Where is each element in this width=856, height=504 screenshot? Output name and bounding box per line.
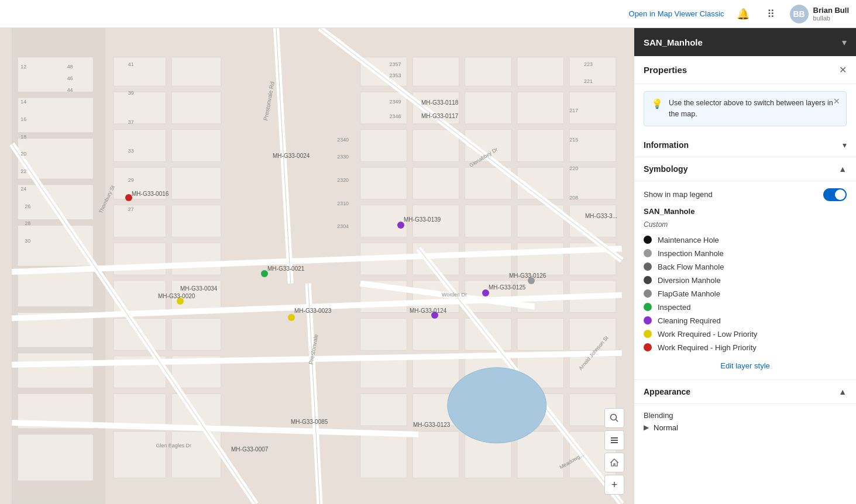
layers-icon	[610, 436, 619, 445]
legend-item-label: Inspected	[658, 303, 690, 312]
user-sub: bullab	[813, 15, 849, 22]
legend-item: Work Required - High Priority	[644, 341, 847, 354]
symbology-title: Symbology	[644, 164, 687, 174]
open-classic-link[interactable]: Open in Map Viewer Classic	[629, 9, 724, 18]
legend-item: Back Flow Manhole	[644, 260, 847, 274]
map-marker[interactable]	[431, 312, 438, 319]
legend-item-label: Cleaning Required	[658, 316, 721, 325]
svg-text:33: 33	[128, 148, 134, 154]
svg-rect-11	[18, 434, 93, 481]
custom-label: Custom	[644, 220, 847, 229]
info-banner-close-button[interactable]: ✕	[833, 96, 840, 106]
zoom-in-button[interactable]: +	[604, 475, 624, 495]
main-layout: 48 46 44 12 14 16 18 20 22 24 26 28 30 4…	[0, 28, 856, 504]
svg-text:2310: 2310	[337, 201, 349, 206]
svg-rect-150	[611, 440, 618, 441]
search-button[interactable]	[604, 408, 624, 428]
appearance-chevron: ▲	[838, 387, 847, 396]
legend-item-label: Work Required - High Priority	[658, 343, 757, 352]
show-in-legend-label: Show in map legend	[644, 190, 713, 199]
svg-rect-27	[171, 205, 221, 237]
svg-text:39: 39	[128, 90, 134, 96]
show-in-legend-toggle[interactable]	[823, 188, 847, 201]
svg-text:14: 14	[20, 99, 26, 105]
info-banner-text: Use the selector above to switch between…	[669, 98, 839, 120]
svg-rect-13	[114, 92, 166, 124]
blending-row: ▶ Normal	[644, 423, 847, 432]
symbology-chevron: ▲	[838, 164, 847, 174]
legend-dot	[644, 249, 652, 257]
svg-rect-72	[517, 243, 563, 275]
svg-line-148	[616, 420, 618, 422]
svg-rect-41	[360, 318, 407, 350]
svg-rect-67	[517, 57, 563, 87]
svg-text:18: 18	[20, 134, 26, 140]
svg-text:208: 208	[569, 195, 578, 201]
svg-rect-55	[412, 431, 459, 478]
svg-text:217: 217	[569, 108, 578, 113]
home-button[interactable]	[604, 453, 624, 472]
legend-dot	[644, 276, 652, 284]
legend-item-label: Inspection Manhole	[658, 249, 724, 258]
top-bar: Open in Map Viewer Classic 🔔 ⠿ BB Brian …	[0, 0, 856, 28]
panel-body: Properties ✕ 💡 Use the selector above to…	[634, 56, 856, 504]
legend-item-label: FlapGate Manhole	[658, 289, 720, 298]
avatar: BB	[790, 5, 809, 23]
svg-text:44: 44	[67, 87, 73, 93]
svg-rect-60	[465, 205, 511, 237]
panel-header-chevron[interactable]: ▾	[842, 37, 847, 48]
svg-rect-14	[114, 130, 166, 162]
user-info[interactable]: BB Brian Bull bullab	[790, 5, 849, 23]
map-marker[interactable]	[125, 194, 132, 201]
legend-item: Cleaning Required	[644, 314, 847, 327]
map-area[interactable]: 48 46 44 12 14 16 18 20 22 24 26 28 30 4…	[0, 28, 634, 504]
svg-rect-69	[517, 130, 563, 162]
svg-rect-47	[412, 130, 459, 162]
svg-rect-25	[171, 130, 221, 162]
svg-rect-2	[18, 57, 93, 92]
info-icon: 💡	[651, 98, 663, 109]
svg-rect-74	[517, 318, 563, 350]
legend-item-label: Back Flow Manhole	[658, 263, 724, 271]
notifications-button[interactable]: 🔔	[734, 5, 752, 23]
layers-button[interactable]	[604, 430, 624, 450]
svg-text:16: 16	[20, 116, 26, 122]
svg-rect-44	[360, 431, 407, 478]
symbology-layer-name: SAN_Manhole	[644, 207, 847, 216]
svg-text:22: 22	[20, 168, 26, 174]
symbology-section-header[interactable]: Symbology ▲	[634, 157, 856, 181]
svg-text:2320: 2320	[337, 177, 349, 183]
svg-text:2346: 2346	[390, 113, 401, 119]
svg-text:Glen Eagles Dr: Glen Eagles Dr	[156, 443, 192, 448]
svg-rect-5	[18, 185, 93, 220]
panel-header-title: SAN_Manhole	[644, 37, 703, 47]
user-name: Brian Bull	[813, 6, 849, 15]
appearance-section-header[interactable]: Appearance ▲	[634, 380, 856, 404]
svg-rect-77	[517, 431, 563, 478]
map-marker[interactable]	[397, 222, 404, 229]
map-marker[interactable]	[482, 289, 489, 296]
svg-text:24: 24	[20, 186, 26, 192]
svg-rect-85	[569, 318, 616, 350]
map-marker[interactable]	[261, 270, 268, 277]
svg-rect-29	[171, 281, 221, 313]
symbology-content: Show in map legend SAN_Manhole Custom Ma…	[634, 181, 856, 380]
svg-rect-82	[569, 205, 616, 237]
svg-rect-7	[18, 272, 93, 307]
properties-close-button[interactable]: ✕	[839, 64, 847, 75]
apps-button[interactable]: ⠿	[762, 5, 781, 23]
information-title: Information	[644, 140, 689, 150]
edit-layer-style-link[interactable]: Edit layer style	[644, 354, 847, 372]
information-section-header[interactable]: Information ▾	[634, 133, 856, 157]
map-svg: 48 46 44 12 14 16 18 20 22 24 26 28 30 4…	[0, 28, 634, 504]
svg-text:48: 48	[67, 64, 73, 70]
map-marker[interactable]	[528, 277, 535, 284]
svg-rect-16	[114, 205, 166, 237]
map-marker[interactable]	[177, 298, 184, 305]
properties-section-header: Properties ✕	[634, 56, 856, 84]
svg-rect-61	[465, 243, 511, 275]
map-marker[interactable]	[288, 314, 295, 321]
svg-rect-56	[465, 57, 511, 87]
plus-icon: +	[611, 479, 618, 490]
appearance-content: Blending ▶ Normal	[634, 404, 856, 439]
